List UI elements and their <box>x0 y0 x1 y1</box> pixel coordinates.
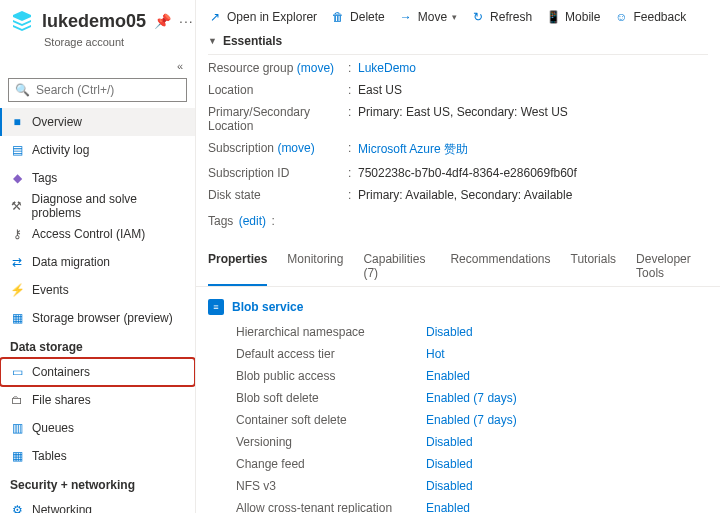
tab[interactable]: Monitoring <box>287 246 343 286</box>
move-link[interactable]: (move) <box>293 61 334 75</box>
kv-separator: : <box>348 166 358 180</box>
collapse-sidebar-icon[interactable]: « <box>173 58 187 74</box>
essentials-key: Subscription ID <box>208 166 348 180</box>
toolbar-label: Mobile <box>565 10 600 24</box>
property-row: Container soft deleteEnabled (7 days) <box>208 409 708 431</box>
toolbar-button[interactable]: ☺Feedback <box>614 10 686 24</box>
property-value[interactable]: Disabled <box>426 457 473 471</box>
tab[interactable]: Capabilities (7) <box>363 246 430 286</box>
tab[interactable]: Developer Tools <box>636 246 708 286</box>
nav-item-label: Diagnose and solve problems <box>32 192 185 220</box>
tags-separator: : <box>271 214 274 228</box>
properties-content: ≡ Blob service Hierarchical namespaceDis… <box>196 287 720 513</box>
toolbar-button[interactable]: 📱Mobile <box>546 10 600 24</box>
tab[interactable]: Properties <box>208 246 267 286</box>
nav-item-label: Activity log <box>32 143 89 157</box>
move-link[interactable]: (move) <box>274 141 315 155</box>
property-key: NFS v3 <box>236 479 426 493</box>
tags-edit-link[interactable]: (edit) <box>239 214 266 228</box>
storage-account-icon <box>10 8 34 34</box>
nav-item-icon: ⚡ <box>10 283 24 297</box>
tab[interactable]: Recommendations <box>450 246 550 286</box>
essentials-key: Subscription (move) <box>208 141 348 158</box>
blob-service-title: Blob service <box>232 300 303 314</box>
sidebar-item[interactable]: ▦Tables <box>0 442 195 470</box>
resource-header: lukedemo05 📌 ··· <box>0 0 195 36</box>
nav-item-label: Queues <box>32 421 74 435</box>
essentials-key: Disk state <box>208 188 348 202</box>
property-value[interactable]: Enabled <box>426 501 470 513</box>
property-value[interactable]: Disabled <box>426 479 473 493</box>
sidebar-item[interactable]: ■Overview <box>0 108 195 136</box>
essentials-key: Primary/Secondary Location <box>208 105 348 133</box>
property-value[interactable]: Disabled <box>426 325 473 339</box>
property-row: Blob soft deleteEnabled (7 days) <box>208 387 708 409</box>
essentials-section: ▼ Essentials <box>208 30 708 55</box>
toolbar-button[interactable]: 🗑Delete <box>331 10 385 24</box>
sidebar-item[interactable]: ⚡Events <box>0 276 195 304</box>
property-row: NFS v3Disabled <box>208 475 708 497</box>
nav-item-icon: ▦ <box>10 449 24 463</box>
tab[interactable]: Tutorials <box>571 246 617 286</box>
essentials-value[interactable]: Microsoft Azure 赞助 <box>358 141 468 158</box>
essentials-toggle[interactable]: ▼ Essentials <box>208 34 708 48</box>
nav-section-header: Data storage <box>0 332 195 358</box>
property-key: Blob soft delete <box>236 391 426 405</box>
property-value[interactable]: Enabled <box>426 369 470 383</box>
essentials-value: Primary: Available, Secondary: Available <box>358 188 572 202</box>
sidebar-item[interactable]: ⚒Diagnose and solve problems <box>0 192 195 220</box>
sidebar-item[interactable]: ⚷Access Control (IAM) <box>0 220 195 248</box>
sidebar-item[interactable]: ▥Queues <box>0 414 195 442</box>
nav-item-icon: 🗀 <box>10 393 24 407</box>
property-value[interactable]: Hot <box>426 347 445 361</box>
property-row: VersioningDisabled <box>208 431 708 453</box>
property-row: Blob public accessEnabled <box>208 365 708 387</box>
essentials-value: Primary: East US, Secondary: West US <box>358 105 568 133</box>
kv-separator: : <box>348 188 358 202</box>
sidebar-search[interactable]: 🔍 <box>8 78 187 102</box>
essentials-key: Resource group (move) <box>208 61 348 75</box>
detail-tabs: PropertiesMonitoringCapabilities (7)Reco… <box>196 240 720 287</box>
kv-separator: : <box>348 105 358 133</box>
sidebar-item[interactable]: ⚙Networking <box>0 496 195 513</box>
property-value[interactable]: Disabled <box>426 435 473 449</box>
property-value[interactable]: Enabled (7 days) <box>426 391 517 405</box>
sidebar-item[interactable]: ◆Tags <box>0 164 195 192</box>
essentials-table: Resource group (move):LukeDemoLocation:E… <box>208 57 708 206</box>
nav-item-icon: ⇄ <box>10 255 24 269</box>
nav-item-label: Tables <box>32 449 67 463</box>
nav-item-icon: ⚷ <box>10 227 24 241</box>
toolbar-label: Refresh <box>490 10 532 24</box>
property-value[interactable]: Enabled (7 days) <box>426 413 517 427</box>
essentials-value[interactable]: LukeDemo <box>358 61 416 75</box>
toolbar-button[interactable]: ↗Open in Explorer <box>208 10 317 24</box>
toolbar-button[interactable]: →Move▾ <box>399 10 457 24</box>
sidebar-nav: ■Overview▤Activity log◆Tags⚒Diagnose and… <box>0 108 195 513</box>
more-actions-icon[interactable]: ··· <box>179 13 194 29</box>
toolbar-button[interactable]: ↻Refresh <box>471 10 532 24</box>
property-key: Versioning <box>236 435 426 449</box>
toolbar-icon: ↻ <box>471 10 485 24</box>
pin-icon[interactable]: 📌 <box>154 13 171 29</box>
blob-service-icon: ≡ <box>208 299 224 315</box>
sidebar-item[interactable]: ⇄Data migration <box>0 248 195 276</box>
search-icon: 🔍 <box>15 83 30 97</box>
sidebar-item[interactable]: ▭Containers <box>0 358 195 386</box>
essentials-row: Primary/Secondary Location:Primary: East… <box>208 101 708 137</box>
nav-item-icon: ■ <box>10 115 24 129</box>
blob-service-properties: Hierarchical namespaceDisabledDefault ac… <box>208 321 708 513</box>
essentials-key: Location <box>208 83 348 97</box>
search-input[interactable] <box>36 83 186 97</box>
toolbar-icon: ☺ <box>614 10 628 24</box>
resource-title: lukedemo05 <box>42 11 146 32</box>
nav-item-label: Tags <box>32 171 57 185</box>
essentials-value: 7502238c-b7b0-4df4-8364-e286069fb60f <box>358 166 577 180</box>
blob-service-header[interactable]: ≡ Blob service <box>208 299 708 315</box>
nav-item-label: Networking <box>32 503 92 513</box>
essentials-value: East US <box>358 83 402 97</box>
nav-item-label: Storage browser (preview) <box>32 311 173 325</box>
property-row: Allow cross-tenant replicationEnabled <box>208 497 708 513</box>
sidebar-item[interactable]: ▤Activity log <box>0 136 195 164</box>
sidebar-item[interactable]: ▦Storage browser (preview) <box>0 304 195 332</box>
sidebar-item[interactable]: 🗀File shares <box>0 386 195 414</box>
